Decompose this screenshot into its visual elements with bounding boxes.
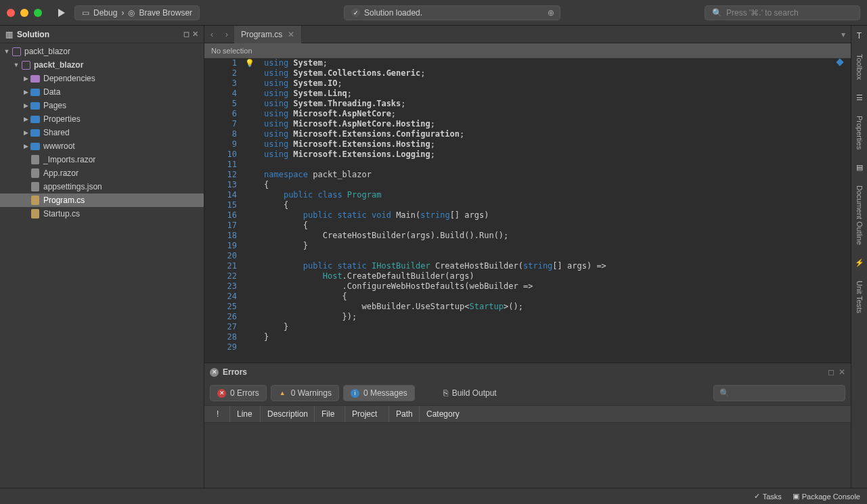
tree-item-label: Pages bbox=[43, 101, 66, 110]
code-line[interactable]: 22 Host.CreateDefaultBuilder(args) bbox=[204, 271, 851, 281]
tree-item-label: App.razor bbox=[43, 168, 79, 178]
panel-dock-icon[interactable]: ◻ bbox=[828, 367, 835, 377]
expand-icon[interactable]: ▼ bbox=[3, 48, 11, 55]
tab-label: Program.cs bbox=[241, 30, 282, 39]
code-line[interactable]: 11 bbox=[204, 160, 851, 170]
expand-icon[interactable]: ▶ bbox=[22, 129, 30, 136]
minimize-window-button[interactable] bbox=[20, 9, 28, 17]
build-output-button[interactable]: ⎘ Build Output bbox=[437, 386, 504, 400]
tab-close-icon[interactable]: ✕ bbox=[288, 30, 294, 39]
warnings-filter-button[interactable]: ▲ 0 Warnings bbox=[271, 385, 339, 401]
code-line[interactable]: 4using System.Linq; bbox=[204, 89, 851, 99]
code-line[interactable]: 16 public static void Main(string[] args… bbox=[204, 210, 851, 221]
info-icon: i bbox=[351, 389, 359, 398]
tasks-button[interactable]: ✓ Tasks bbox=[754, 492, 782, 501]
debug-config-selector[interactable]: ▭ Debug › ◎ Brave Browser bbox=[74, 5, 200, 20]
line-number: 27 bbox=[204, 322, 244, 332]
tree-item[interactable]: ▶Shared bbox=[0, 126, 204, 139]
code-line[interactable]: 3using System.IO; bbox=[204, 78, 851, 89]
panel-close-icon[interactable]: ✕ bbox=[192, 30, 198, 39]
code-line[interactable]: 20 bbox=[204, 251, 851, 261]
maximize-window-button[interactable] bbox=[34, 9, 42, 17]
tab-overflow-icon[interactable]: ▾ bbox=[836, 30, 851, 39]
warnings-count: 0 Warnings bbox=[291, 388, 332, 398]
unit-tests-tab[interactable]: Unit Tests bbox=[855, 278, 864, 316]
tree-item[interactable]: _Imports.razor bbox=[0, 153, 204, 166]
plus-icon[interactable]: ⊕ bbox=[548, 8, 554, 18]
col-marker[interactable]: ! bbox=[210, 406, 230, 422]
errors-filter-button[interactable]: ✕ 0 Errors bbox=[210, 385, 267, 401]
code-line[interactable]: 7using Microsoft.AspNetCore.Hosting; bbox=[204, 119, 851, 129]
toolbox-tab[interactable]: Toolbox bbox=[855, 51, 864, 83]
code-line[interactable]: 8using Microsoft.Extensions.Configuratio… bbox=[204, 129, 851, 139]
global-search[interactable]: 🔍 Press '⌘.' to search bbox=[705, 5, 860, 20]
tree-item[interactable]: ▶Dependencies bbox=[0, 72, 204, 85]
messages-filter-button[interactable]: i 0 Messages bbox=[343, 385, 415, 401]
col-description[interactable]: Description bbox=[261, 406, 315, 422]
line-number: 3 bbox=[204, 78, 244, 89]
panel-dock-icon[interactable]: ◻ bbox=[183, 30, 190, 39]
line-number: 22 bbox=[204, 271, 244, 281]
code-line[interactable]: 25 webBuilder.UseStartup<Startup>(); bbox=[204, 302, 851, 312]
close-window-button[interactable] bbox=[7, 9, 15, 17]
code-line[interactable]: 28} bbox=[204, 332, 851, 342]
target-icon: ◎ bbox=[128, 8, 135, 18]
tree-project[interactable]: ▼ packt_blazor bbox=[0, 58, 204, 72]
solution-icon: ▥ bbox=[5, 30, 13, 39]
properties-tab[interactable]: Properties bbox=[855, 113, 864, 152]
code-line[interactable]: 5using System.Threading.Tasks; bbox=[204, 99, 851, 109]
code-line[interactable]: 10using Microsoft.Extensions.Logging; bbox=[204, 150, 851, 160]
expand-icon[interactable]: ▶ bbox=[22, 116, 30, 122]
tree-item[interactable]: ▶wwwroot bbox=[0, 139, 204, 153]
nav-back-button[interactable]: ‹ bbox=[204, 30, 219, 39]
code-line[interactable]: 26 }); bbox=[204, 312, 851, 322]
expand-icon[interactable]: ▶ bbox=[22, 143, 30, 150]
code-line[interactable]: 14 public class Program bbox=[204, 190, 851, 200]
tree-item[interactable]: appsettings.json bbox=[0, 180, 204, 193]
tree-root[interactable]: ▼ packt_blazor bbox=[0, 45, 204, 58]
code-line[interactable]: 17 { bbox=[204, 221, 851, 231]
package-console-button[interactable]: ▣ Package Console bbox=[793, 492, 860, 501]
expand-icon[interactable]: ▶ bbox=[22, 75, 30, 82]
tree-item[interactable]: ▶Pages bbox=[0, 99, 204, 112]
code-line[interactable]: 19 } bbox=[204, 241, 851, 251]
editor-breadcrumb[interactable]: No selection bbox=[204, 43, 851, 58]
status-pill[interactable]: ✓ Solution loaded. ⊕ bbox=[344, 5, 560, 20]
code-line[interactable]: 9using Microsoft.Extensions.Hosting; bbox=[204, 139, 851, 150]
tree-item[interactable]: Program.cs bbox=[0, 193, 204, 207]
expand-icon[interactable]: ▶ bbox=[22, 102, 30, 109]
code-line[interactable]: 29 bbox=[204, 342, 851, 352]
code-line[interactable]: 2using System.Collections.Generic; bbox=[204, 68, 851, 78]
col-path[interactable]: Path bbox=[389, 406, 420, 422]
line-number: 29 bbox=[204, 342, 244, 352]
errors-search-input[interactable]: 🔍 bbox=[713, 385, 845, 401]
lightbulb-icon[interactable]: 💡 bbox=[245, 58, 254, 68]
run-button[interactable] bbox=[58, 9, 65, 17]
col-file[interactable]: File bbox=[315, 406, 345, 422]
tree-item[interactable]: ▶Properties bbox=[0, 112, 204, 126]
expand-icon[interactable]: ▶ bbox=[22, 89, 30, 95]
tree-item[interactable]: Startup.cs bbox=[0, 207, 204, 221]
document-outline-tab[interactable]: Document Outline bbox=[855, 183, 864, 248]
code-line[interactable]: 6using Microsoft.AspNetCore; bbox=[204, 109, 851, 119]
code-line[interactable]: 13{ bbox=[204, 180, 851, 190]
expand-icon[interactable]: ▼ bbox=[12, 62, 20, 68]
editor-tab[interactable]: Program.cs ✕ bbox=[234, 26, 302, 43]
code-line[interactable]: 24 { bbox=[204, 292, 851, 302]
code-line[interactable]: 23 .ConfigureWebHostDefaults(webBuilder … bbox=[204, 281, 851, 292]
col-category[interactable]: Category bbox=[420, 406, 845, 422]
solution-tree[interactable]: ▼ packt_blazor ▼ packt_blazor ▶Dependenc… bbox=[0, 43, 204, 488]
col-project[interactable]: Project bbox=[345, 406, 389, 422]
code-line[interactable]: 21 public static IHostBuilder CreateHost… bbox=[204, 261, 851, 271]
tree-item[interactable]: App.razor bbox=[0, 166, 204, 180]
code-line[interactable]: 1💡using System; bbox=[204, 58, 851, 68]
code-line[interactable]: 12namespace packt_blazor bbox=[204, 170, 851, 180]
col-line[interactable]: Line bbox=[230, 406, 261, 422]
code-editor[interactable]: 1💡using System;2using System.Collections… bbox=[204, 58, 851, 363]
tree-item[interactable]: ▶Data bbox=[0, 85, 204, 99]
code-line[interactable]: 27 } bbox=[204, 322, 851, 332]
code-line[interactable]: 18 CreateHostBuilder(args).Build().Run()… bbox=[204, 231, 851, 241]
nav-forward-button[interactable]: › bbox=[219, 30, 234, 39]
panel-close-icon[interactable]: ✕ bbox=[839, 367, 845, 377]
code-line[interactable]: 15 { bbox=[204, 200, 851, 210]
